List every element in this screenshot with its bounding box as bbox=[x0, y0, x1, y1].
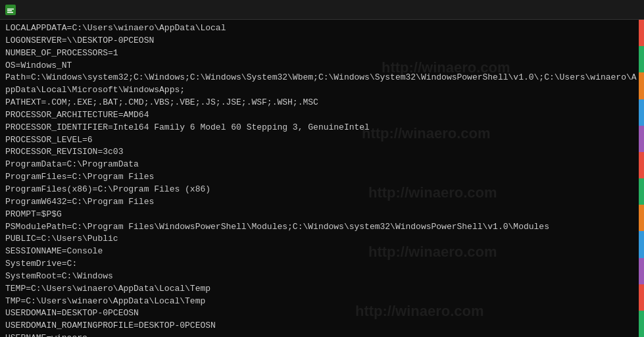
side-bar-segment-3 bbox=[639, 99, 644, 126]
side-bar-segment-11 bbox=[639, 311, 644, 337]
side-bar-segment-2 bbox=[639, 72, 644, 99]
side-bar-segment-7 bbox=[639, 205, 644, 231]
terminal-line: ProgramW6432=C:\Program Files bbox=[5, 196, 639, 209]
side-bar-segment-0 bbox=[639, 20, 644, 46]
terminal-line: USERDOMAIN_ROAMINGPROFILE=DESKTOP-0PCEOS… bbox=[5, 320, 639, 332]
terminal-line: SystemRoot=C:\Windows bbox=[5, 271, 639, 283]
title-bar-left bbox=[5, 5, 20, 15]
terminal-window[interactable]: LOCALAPPDATA=C:\Users\winaero\AppData\Lo… bbox=[0, 20, 644, 337]
side-bar-segment-8 bbox=[639, 231, 644, 257]
terminal-line: ProgramFiles=C:\Program Files bbox=[5, 171, 639, 184]
svg-rect-1 bbox=[7, 10, 12, 11]
terminal-line: SystemDrive=C: bbox=[5, 258, 639, 271]
side-bar-segment-1 bbox=[639, 46, 644, 72]
terminal-line: PROCESSOR_LEVEL=6 bbox=[5, 134, 639, 147]
terminal-output: LOCALAPPDATA=C:\Users\winaero\AppData\Lo… bbox=[5, 22, 639, 337]
terminal-line: LOCALAPPDATA=C:\Users\winaero\AppData\Lo… bbox=[5, 22, 639, 35]
terminal-line: USERNAME=winaero bbox=[5, 332, 639, 337]
terminal-line: ProgramFiles(x86)=C:\Program Files (x86) bbox=[5, 184, 639, 196]
terminal-line: SESSIONNAME=Console bbox=[5, 246, 639, 258]
side-bar-segment-10 bbox=[639, 284, 644, 311]
minimize-button[interactable] bbox=[548, 0, 578, 20]
side-color-bars bbox=[639, 20, 644, 337]
close-button[interactable] bbox=[608, 0, 639, 20]
side-bar-segment-6 bbox=[639, 178, 644, 205]
terminal-line: NUMBER_OF_PROCESSORS=1 bbox=[5, 47, 639, 60]
maximize-button[interactable] bbox=[578, 0, 608, 20]
terminal-line: PROCESSOR_ARCHITECTURE=AMD64 bbox=[5, 109, 639, 122]
terminal-line: PUBLIC=C:\Users\Public bbox=[5, 233, 639, 246]
title-bar bbox=[0, 0, 644, 20]
terminal-line: TEMP=C:\Users\winaero\AppData\Local\Temp bbox=[5, 283, 639, 296]
terminal-line: PROMPT=$P$G bbox=[5, 209, 639, 221]
terminal-line: ProgramData=C:\ProgramData bbox=[5, 159, 639, 171]
side-bar-segment-9 bbox=[639, 258, 644, 284]
side-bar-segment-4 bbox=[639, 126, 644, 152]
svg-rect-0 bbox=[7, 9, 14, 10]
app-icon bbox=[5, 5, 16, 15]
window-controls bbox=[548, 0, 639, 20]
terminal-line: PATHEXT=.COM;.EXE;.BAT;.CMD;.VBS;.VBE;.J… bbox=[5, 97, 639, 109]
terminal-line: OS=Windows_NT bbox=[5, 60, 639, 72]
terminal-line: USERDOMAIN=DESKTOP-0PCEOSN bbox=[5, 307, 639, 320]
terminal-line: Path=C:\Windows\system32;C:\Windows;C:\W… bbox=[5, 72, 639, 97]
terminal-line: LOGONSERVER=\\DESKTOP-0PCEOSN bbox=[5, 35, 639, 47]
side-bar-segment-5 bbox=[639, 152, 644, 178]
terminal-line: TMP=C:\Users\winaero\AppData\Local\Temp bbox=[5, 296, 639, 308]
terminal-line: PROCESSOR_REVISION=3c03 bbox=[5, 146, 639, 159]
terminal-line: PROCESSOR_IDENTIFIER=Intel64 Family 6 Mo… bbox=[5, 122, 639, 134]
terminal-line: PSModulePath=C:\Program Files\WindowsPow… bbox=[5, 221, 639, 234]
svg-rect-2 bbox=[7, 12, 13, 13]
